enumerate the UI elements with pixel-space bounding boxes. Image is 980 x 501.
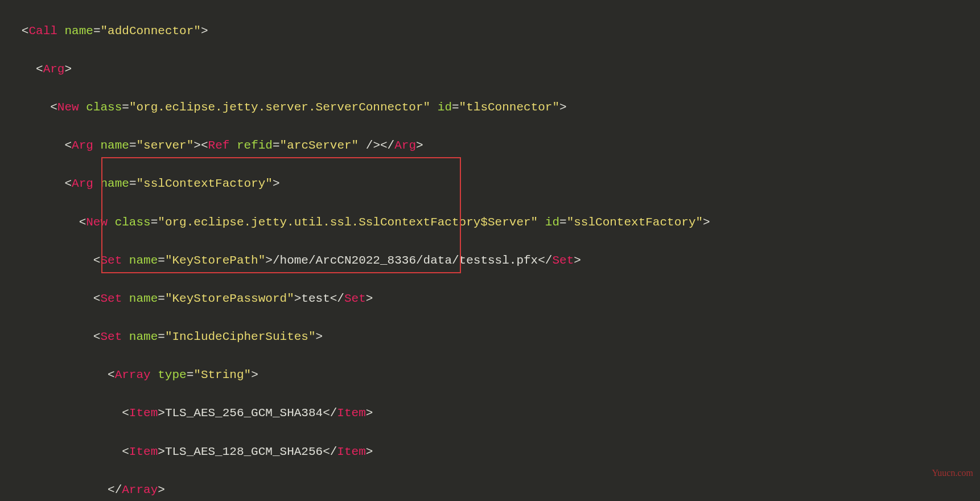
code-line: <New class="org.eclipse.jetty.util.ssl.S… [0, 213, 980, 232]
code-line: </Array> [0, 481, 980, 500]
watermark: Yuucn.com [932, 466, 973, 481]
code-line: <Set name="KeyStorePassword">test</Set> [0, 289, 980, 309]
code-line: <Call name="addConnector"> [0, 22, 980, 41]
code-line: <Arg name="server"><Ref refid="arcServer… [0, 136, 980, 155]
code-line: <Set name="IncludeCipherSuites"> [0, 327, 980, 347]
code-line: <Item>TLS_AES_256_GCM_SHA384</Item> [0, 404, 980, 423]
code-line: <Array type="String"> [0, 366, 980, 385]
code-line: <Arg name="sslContextFactory"> [0, 174, 980, 194]
code-line: <Item>TLS_AES_128_GCM_SHA256</Item> [0, 442, 980, 462]
code-line: <Set name="KeyStorePath">/home/ArcCN2022… [0, 251, 980, 270]
code-editor[interactable]: <Call name="addConnector"> <Arg> <New cl… [0, 0, 980, 501]
code-line: <New class="org.eclipse.jetty.server.Ser… [0, 98, 980, 117]
code-line: <Arg> [0, 60, 980, 79]
